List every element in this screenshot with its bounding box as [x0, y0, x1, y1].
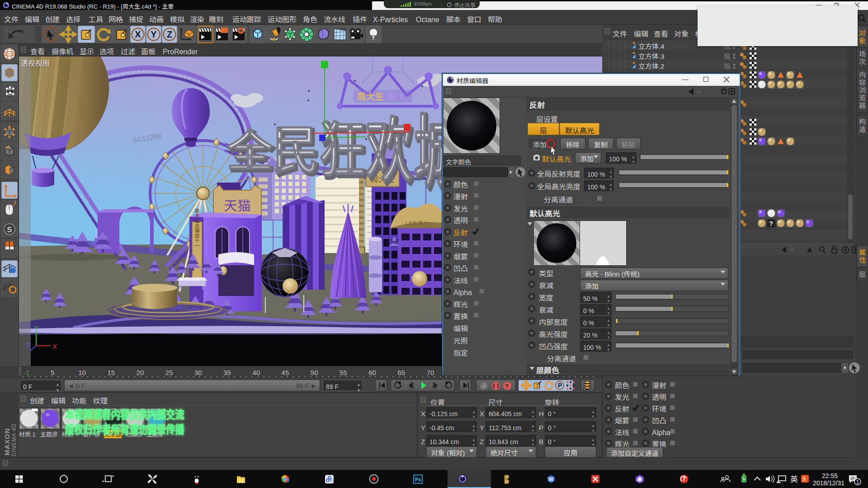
- svg-text:Y: Y: [151, 29, 157, 39]
- svg-text:X: X: [52, 343, 57, 350]
- svg-text:S: S: [7, 225, 12, 234]
- svg-text:?: ?: [769, 220, 773, 227]
- svg-text:Z: Z: [167, 29, 172, 39]
- svg-text:?: ?: [505, 383, 509, 389]
- svg-text:立方体.4: 立方体.4: [638, 41, 665, 51]
- svg-text:P: P: [558, 382, 562, 389]
- svg-text:周大生天猫双十一: 周大生天猫双十一: [193, 208, 201, 248]
- svg-text:立方体.2: 立方体.2: [638, 61, 665, 70]
- svg-text:全: 全: [226, 115, 274, 179]
- svg-text:透视视图: 透视视图: [21, 57, 50, 68]
- svg-text:X: X: [135, 29, 141, 39]
- svg-text:Y: Y: [34, 324, 38, 332]
- svg-text:欢: 欢: [365, 93, 412, 196]
- svg-text:民: 民: [272, 108, 319, 183]
- svg-text:1: 1: [856, 479, 859, 484]
- svg-text:天猫: 天猫: [224, 195, 251, 215]
- svg-text:Ps: Ps: [415, 477, 421, 482]
- svg-text:| 大生 双十一: | 大生 双十一: [406, 219, 432, 226]
- svg-text:狂: 狂: [319, 100, 365, 189]
- svg-text:英: 英: [790, 473, 798, 484]
- svg-text:W: W: [548, 476, 554, 483]
- svg-text:S: S: [802, 476, 806, 483]
- svg-text:立方体.3: 立方体.3: [638, 51, 665, 61]
- svg-text:22:55: 22:55: [822, 472, 838, 479]
- svg-text:Z: Z: [26, 341, 30, 349]
- svg-text:2018/12/31: 2018/12/31: [813, 479, 844, 487]
